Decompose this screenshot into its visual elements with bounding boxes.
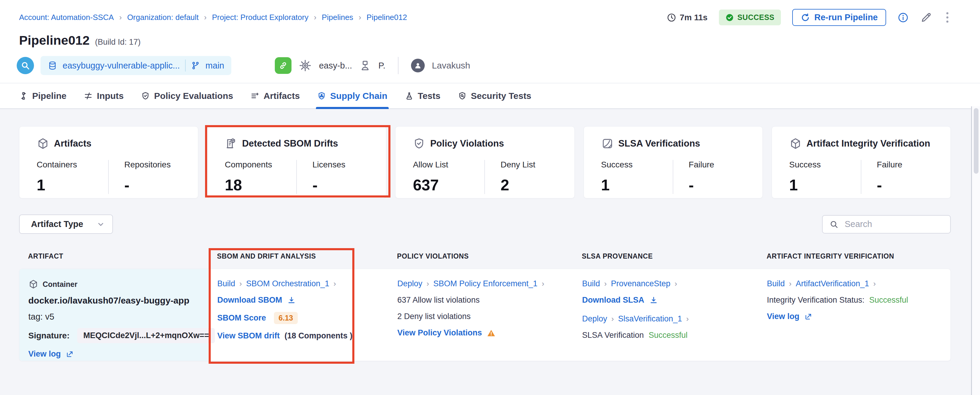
repo-name[interactable]: easybuggy-vulnerable-applic... (63, 61, 180, 71)
allow-list-violations: 637 Allow list violations (397, 295, 567, 305)
clock-icon (667, 13, 676, 22)
slsa-provenance-cell: Build › ProvenanceStep › Download SLSA D… (573, 269, 758, 361)
tab-policy-evaluations[interactable]: Policy Evaluations (141, 83, 233, 108)
webhook-trigger-icon (17, 57, 34, 74)
pipeline-execution-page: Account: Automation-SSCA › Organization:… (0, 0, 980, 395)
tab-inputs[interactable]: Inputs (84, 83, 124, 108)
vertical-scrollbar[interactable] (971, 106, 980, 395)
stat-label: Components (225, 160, 296, 170)
external-link-icon (804, 313, 813, 321)
signature-value[interactable]: MEQCICde2Vjl...L+2+mqnOXw== (77, 328, 215, 343)
tab-supply-chain[interactable]: Supply Chain (317, 83, 387, 108)
breadcrumb: Account: Automation-SSCA › Organization:… (19, 13, 407, 22)
artifact-cell: Container docker.io/lavakush07/easy-bugg… (19, 269, 208, 361)
breadcrumb-pipelines[interactable]: Pipelines (322, 13, 353, 22)
refresh-icon (800, 13, 810, 22)
divider (484, 160, 485, 194)
tab-bar: Pipeline Inputs Policy Evaluations Artif… (0, 83, 980, 109)
column-header-sbom: SBOM AND DRIFT ANALYSIS (208, 252, 388, 260)
stat-value: - (689, 176, 760, 194)
view-log-link[interactable]: View log (28, 349, 61, 359)
step-link[interactable]: SlsaVerification_1 (618, 314, 682, 324)
view-sbom-drift-link[interactable]: View SBOM drift (217, 331, 280, 341)
stat-label: Failure (689, 160, 760, 170)
info-icon[interactable] (897, 12, 909, 23)
breadcrumb-organization[interactable]: Organization: default (127, 13, 199, 22)
step-link[interactable]: SBOM Orchestration_1 (246, 279, 329, 288)
stat-label: Failure (877, 160, 948, 170)
tab-security-tests[interactable]: Security Tests (458, 83, 531, 108)
pipeline-icon (19, 92, 28, 100)
page-title: Pipeline012 (19, 33, 90, 48)
download-slsa-link[interactable]: Download SLSA (582, 295, 644, 305)
stat-label: Success (601, 160, 673, 170)
branch-name[interactable]: main (205, 61, 224, 71)
stat-label: Deny List (500, 160, 572, 170)
column-header-policy-violations: POLICY VIOLATIONS (388, 252, 573, 260)
search-box (822, 215, 951, 233)
divider (861, 160, 861, 194)
chevron-right-icon: › (789, 279, 792, 288)
artifact-tag: tag: v5 (28, 312, 202, 322)
tab-tests[interactable]: Tests (405, 83, 441, 108)
execution-duration: 7m 11s (667, 13, 708, 22)
scrollbar-thumb[interactable] (974, 108, 978, 174)
signature-label: Signature: (28, 331, 70, 341)
username: Lavakush (432, 60, 470, 71)
git-branch-icon (191, 61, 200, 70)
divider (108, 160, 109, 194)
view-log-link[interactable]: View log (767, 312, 799, 321)
search-icon (829, 219, 839, 229)
top-actions: 7m 11s SUCCESS Re-run Pipeline (667, 9, 952, 26)
artifact-type-select[interactable]: Artifact Type (19, 214, 113, 234)
chevron-down-icon (96, 220, 105, 229)
download-sbom-link[interactable]: Download SBOM (217, 295, 282, 305)
stat-value: - (877, 176, 948, 194)
stat-label: Containers (37, 160, 108, 170)
stat-value: 18 (225, 176, 296, 194)
chevron-right-icon: › (611, 314, 614, 324)
title-bar: Pipeline012 (Build Id: 17) (0, 26, 980, 48)
inputs-icon (84, 92, 93, 100)
rerun-pipeline-button[interactable]: Re-run Pipeline (792, 9, 886, 26)
artifact-image-name: docker.io/lavakush07/easy-buggy-app (28, 295, 202, 306)
delegate-icon (359, 60, 371, 71)
stat-label: Licenses (312, 160, 384, 170)
breadcrumb-project[interactable]: Project: Product Exploratory (212, 13, 309, 22)
sbom-score-link[interactable]: SBOM Score (217, 313, 266, 323)
repository-icon (48, 61, 57, 70)
view-policy-violations-link[interactable]: View Policy Violations (397, 328, 482, 338)
tab-pipeline[interactable]: Pipeline (19, 83, 67, 108)
breadcrumb-current: Pipeline012 (367, 13, 407, 22)
repo-branch-pill[interactable]: easybuggy-vulnerable-applic... main (41, 56, 231, 75)
chevron-right-icon: › (119, 13, 122, 22)
stage-link[interactable]: Build (582, 279, 600, 288)
column-header-artifact-integrity: ARTIFACT INTEGRITY VERIFICATION (758, 252, 951, 260)
chevron-right-icon: › (686, 314, 689, 324)
search-input[interactable] (845, 219, 943, 229)
more-options-icon[interactable] (943, 10, 951, 24)
stage-link[interactable]: Deploy (582, 314, 607, 324)
step-link[interactable]: ProvenanceStep (611, 279, 671, 288)
cube-icon (28, 279, 38, 289)
tab-artifacts[interactable]: Artifacts (250, 83, 300, 108)
drift-components-count: (18 Components ) (285, 331, 353, 341)
stat-value: - (312, 176, 384, 194)
chevron-right-icon: › (426, 279, 429, 288)
integrity-status-label: Integrity Verification Status: (767, 295, 864, 305)
card-title: SLSA Verifications (619, 138, 700, 149)
stage-link[interactable]: Deploy (397, 279, 422, 288)
flask-icon (405, 92, 414, 100)
artifact-type-label: Container (43, 280, 78, 289)
step-link[interactable]: SBOM Policy Enforcement_1 (433, 279, 538, 288)
card-policy-violations: Policy Violations Allow List637 Deny Lis… (395, 126, 574, 198)
gear-icon (299, 59, 312, 72)
stage-link[interactable]: Build (217, 279, 235, 288)
edit-pencil-icon[interactable] (920, 12, 932, 24)
stage-link[interactable]: Build (767, 279, 785, 288)
breadcrumb-account[interactable]: Account: Automation-SSCA (19, 13, 114, 22)
divider (398, 57, 398, 74)
execution-info-row: easybuggy-vulnerable-applic... main easy… (0, 48, 980, 83)
step-link[interactable]: ArtifactVerification_1 (796, 279, 869, 288)
sbom-drift-cell: Build › SBOM Orchestration_1 › Download … (208, 269, 388, 361)
